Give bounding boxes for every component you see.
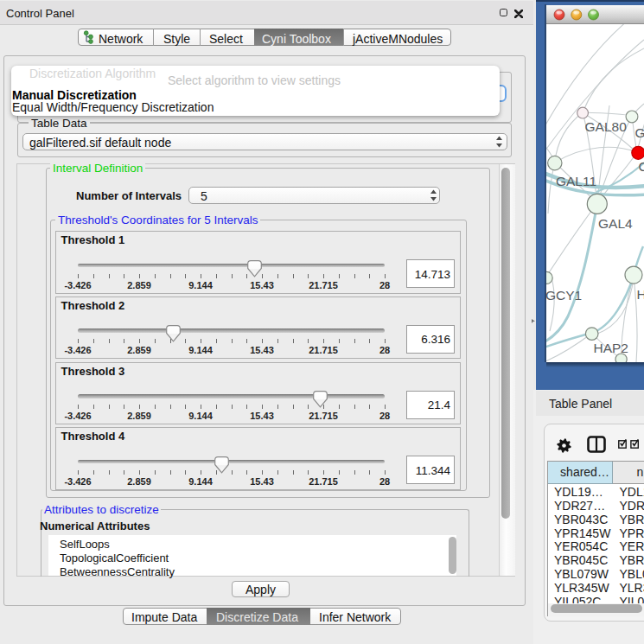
svg-text:GAL80: GAL80 xyxy=(585,119,628,134)
svg-text:GCY1: GCY1 xyxy=(546,288,582,303)
svg-text:GAL4: GAL4 xyxy=(635,125,644,140)
svg-text:HAP2: HAP2 xyxy=(594,341,629,355)
svg-text:HIS4: HIS4 xyxy=(637,287,644,302)
svg-text:C: C xyxy=(639,159,644,174)
svg-text:GAL4: GAL4 xyxy=(598,216,633,231)
svg-text:GAL11: GAL11 xyxy=(556,174,596,188)
